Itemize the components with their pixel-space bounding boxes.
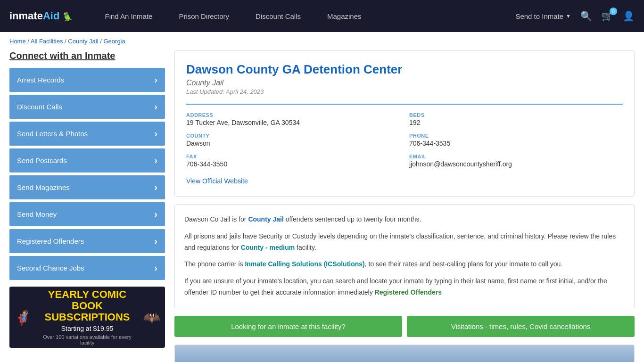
- detail-fax: FAX 706-344-3550: [186, 154, 400, 168]
- detail-email: EMAIL jjohnson@dawsoncountysheriff.org: [409, 154, 623, 168]
- ad-subtitle: Over 100 variations available for every …: [35, 334, 139, 346]
- sidebar-item-send-magazines[interactable]: Send Magazines ›: [9, 175, 165, 199]
- breadcrumb-county-jail[interactable]: County Jail: [68, 38, 98, 45]
- sidebar-arrow-icon: ›: [154, 263, 157, 273]
- sidebar-arrow-icon: ›: [154, 155, 157, 166]
- breadcrumb: Home / All Facilities / County Jail / Ge…: [0, 32, 644, 50]
- view-website-group: View Official Website: [186, 177, 623, 185]
- view-website-link[interactable]: View Official Website: [186, 177, 248, 185]
- county-jail-link[interactable]: County Jail: [248, 215, 283, 223]
- phone-value: 706-344-3535: [409, 140, 623, 147]
- facility-image: [174, 345, 635, 362]
- sidebar-item-label: Discount Calls: [17, 103, 62, 111]
- county-medium-link[interactable]: County - medium: [241, 244, 295, 251]
- sidebar-item-send-postcards[interactable]: Send Postcards ›: [9, 148, 165, 173]
- email-value: jjohnson@dawsoncountysheriff.org: [409, 160, 623, 168]
- facility-type: County Jail: [186, 79, 623, 87]
- fax-value: 706-344-3550: [186, 160, 400, 168]
- county-value: Dawson: [186, 140, 400, 147]
- nav-links: Find An Inmate Prison Directory Discount…: [92, 0, 516, 32]
- nav-prison-directory[interactable]: Prison Directory: [165, 0, 242, 32]
- sidebar-item-second-chance-jobs[interactable]: Second Chance Jobs ›: [9, 256, 165, 280]
- nav-discount-calls[interactable]: Discount Calls: [242, 0, 314, 32]
- sidebar-advertisement[interactable]: 🦸 Yearly Comic Book Subscriptions Starti…: [9, 287, 165, 348]
- sidebar-title: Connect with an Inmate: [9, 50, 165, 61]
- sidebar-item-label: Send Letters & Photos: [17, 130, 88, 138]
- sidebar-item-label: Arrest Records: [17, 76, 64, 84]
- address-value: 19 Tucker Ave, Dawsonville, GA 30534: [186, 119, 400, 126]
- visitations-button[interactable]: Visitations - times, rules, Covid cancel…: [407, 316, 635, 337]
- nav-magazines[interactable]: Magazines: [314, 0, 375, 32]
- sidebar-item-label: Second Chance Jobs: [17, 264, 84, 272]
- phone-label: PHONE: [409, 133, 623, 139]
- icsolutions-link[interactable]: Inmate Calling Solutions (ICSolutions): [245, 260, 364, 268]
- county-label: COUNTY: [186, 133, 400, 139]
- cta-buttons: Looking for an inmate at this facility? …: [174, 316, 635, 337]
- sidebar-item-label: Send Magazines: [17, 183, 70, 191]
- main-container: Connect with an Inmate Arrest Records › …: [0, 50, 644, 362]
- sidebar-item-arrest-records[interactable]: Arrest Records ›: [9, 68, 165, 92]
- sidebar-item-discount-calls[interactable]: Discount Calls ›: [9, 95, 165, 119]
- sidebar-arrow-icon: ›: [154, 209, 157, 220]
- facility-card: Dawson County GA Detention Center County…: [174, 50, 635, 197]
- sidebar-item-registered-offenders[interactable]: Registered Offenders ›: [9, 229, 165, 253]
- facility-name: Dawson County GA Detention Center: [186, 62, 623, 77]
- sidebar-arrow-icon: ›: [154, 74, 157, 85]
- detail-phone: PHONE 706-344-3535: [409, 133, 623, 147]
- ad-title: Yearly Comic Book Subscriptions: [35, 289, 139, 323]
- email-label: EMAIL: [409, 154, 623, 159]
- detail-address: ADDRESS 19 Tucker Ave, Dawsonville, GA 3…: [186, 112, 400, 126]
- fax-label: FAX: [186, 154, 400, 159]
- description-para2: All prisons and jails have Security or C…: [184, 231, 625, 254]
- cart-badge: 0: [610, 8, 617, 15]
- beds-label: BEDS: [409, 112, 623, 118]
- user-icon[interactable]: 👤: [623, 10, 635, 22]
- breadcrumb-state[interactable]: Georgia: [103, 38, 125, 45]
- nav-right: Send to Inmate ▼ 🔍 🛒 0 👤: [515, 10, 635, 22]
- sidebar-item-send-letters[interactable]: Send Letters & Photos ›: [9, 122, 165, 146]
- navigation: inmateAid 🦜 Find An Inmate Prison Direct…: [0, 0, 644, 32]
- sidebar-item-label: Send Postcards: [17, 156, 67, 165]
- detail-beds: BEDS 192: [409, 112, 623, 126]
- breadcrumb-all-facilities[interactable]: All Facilities: [31, 38, 63, 45]
- sidebar-item-send-money[interactable]: Send Money ›: [9, 202, 165, 226]
- nav-find-inmate[interactable]: Find An Inmate: [92, 0, 166, 32]
- logo[interactable]: inmateAid 🦜: [9, 10, 73, 22]
- sidebar: Connect with an Inmate Arrest Records › …: [9, 50, 165, 362]
- looking-for-inmate-button[interactable]: Looking for an inmate at this facility?: [174, 316, 402, 337]
- content-area: Dawson County GA Detention Center County…: [174, 50, 635, 362]
- logo-text: inmateAid 🦜: [9, 10, 73, 22]
- search-icon[interactable]: 🔍: [580, 10, 592, 22]
- facility-image-inner: [175, 345, 634, 362]
- breadcrumb-home[interactable]: Home: [9, 38, 26, 45]
- description-card: Dawson Co Jail is for County Jail offend…: [174, 204, 635, 308]
- description-para3: The phone carrier is Inmate Calling Solu…: [184, 259, 625, 270]
- detail-county: COUNTY Dawson: [186, 133, 400, 147]
- sidebar-arrow-icon: ›: [154, 236, 157, 247]
- send-to-inmate-button[interactable]: Send to Inmate ▼: [515, 12, 571, 20]
- beds-value: 192: [409, 119, 623, 126]
- sidebar-arrow-icon: ›: [154, 182, 157, 193]
- description-para4: If you are unsure of your inmate's locat…: [184, 276, 625, 298]
- registered-offenders-link[interactable]: Registered Offenders: [375, 288, 442, 296]
- description-para1: Dawson Co Jail is for County Jail offend…: [184, 214, 625, 225]
- sidebar-item-label: Send Money: [17, 210, 57, 218]
- facility-updated: Last Updated: April 24, 2023: [186, 88, 623, 95]
- facility-details: ADDRESS 19 Tucker Ave, Dawsonville, GA 3…: [186, 104, 623, 185]
- address-label: ADDRESS: [186, 112, 400, 118]
- sidebar-item-label: Registered Offenders: [17, 237, 84, 245]
- sidebar-arrow-icon: ›: [154, 101, 157, 112]
- ad-price: Starting at $19.95: [35, 325, 139, 332]
- cart-icon[interactable]: 🛒 0: [602, 10, 613, 22]
- send-to-inmate-arrow-icon: ▼: [566, 13, 571, 19]
- sidebar-arrow-icon: ›: [154, 128, 157, 139]
